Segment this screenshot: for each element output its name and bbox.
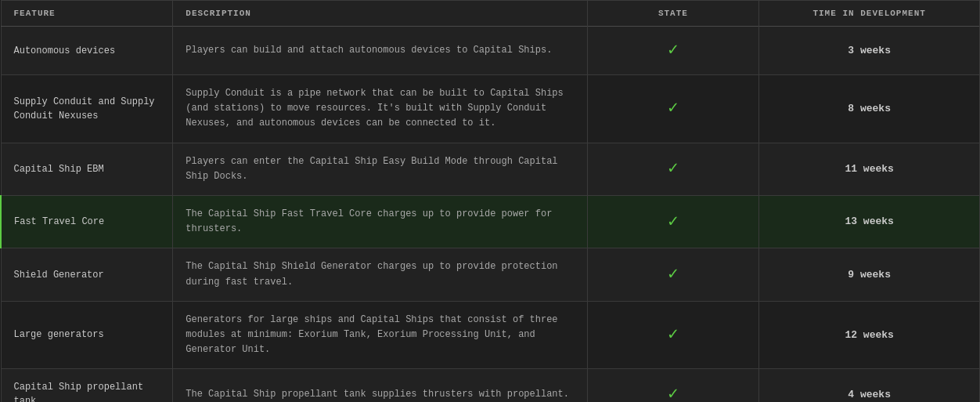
checkmark-icon: ✓ — [668, 385, 678, 402]
cell-description: The Capital Ship Fast Travel Core charge… — [173, 195, 587, 248]
checkmark-icon: ✓ — [668, 325, 678, 345]
cell-feature: Fast Travel Core — [1, 195, 173, 248]
cell-description: The Capital Ship propellant tank supplie… — [173, 369, 587, 402]
header-time: TIME IN DEVELOPMENT — [759, 1, 980, 27]
cell-description: Players can enter the Capital Ship Easy … — [173, 143, 587, 195]
header-description: DESCRIPTION — [173, 1, 587, 27]
cell-feature: Autonomous devices — [1, 27, 173, 75]
cell-description: Generators for large ships and Capital S… — [173, 301, 587, 369]
table-row: Capital Ship propellant tankThe Capital … — [1, 369, 980, 402]
cell-feature: Large generators — [1, 301, 173, 369]
cell-state: ✓ — [587, 27, 759, 75]
header-feature: FEATURE — [1, 1, 173, 27]
cell-description: Supply Conduit is a pipe network that ca… — [173, 75, 587, 143]
cell-feature: Capital Ship EBM — [1, 143, 173, 195]
features-table: FEATURE DESCRIPTION STATE TIME IN DEVELO… — [0, 0, 980, 402]
checkmark-icon: ✓ — [668, 212, 678, 232]
cell-state: ✓ — [587, 195, 759, 248]
cell-state: ✓ — [587, 248, 759, 301]
cell-state: ✓ — [587, 301, 759, 369]
checkmark-icon: ✓ — [668, 99, 678, 118]
cell-time: 8 weeks — [759, 75, 980, 143]
cell-feature: Supply Conduit and Supply Conduit Nexuse… — [1, 75, 173, 143]
header-state: STATE — [587, 1, 759, 27]
cell-time: 9 weeks — [759, 248, 980, 301]
cell-feature: Capital Ship propellant tank — [1, 369, 173, 402]
cell-state: ✓ — [587, 75, 759, 143]
cell-time: 3 weeks — [759, 27, 980, 75]
cell-state: ✓ — [587, 369, 759, 402]
table-header-row: FEATURE DESCRIPTION STATE TIME IN DEVELO… — [1, 1, 980, 27]
table-row: Capital Ship EBMPlayers can enter the Ca… — [1, 143, 980, 195]
checkmark-icon: ✓ — [668, 265, 678, 284]
checkmark-icon: ✓ — [668, 41, 678, 60]
cell-description: The Capital Ship Shield Generator charge… — [173, 248, 587, 301]
cell-description: Players can build and attach autonomous … — [173, 27, 587, 75]
cell-time: 12 weeks — [759, 301, 980, 369]
table-row: Large generatorsGenerators for large shi… — [1, 301, 980, 369]
checkmark-icon: ✓ — [668, 159, 678, 179]
table-row: Shield GeneratorThe Capital Ship Shield … — [1, 248, 980, 301]
table-row: Autonomous devicesPlayers can build and … — [1, 27, 980, 75]
cell-state: ✓ — [587, 143, 759, 195]
feature-table-container: FEATURE DESCRIPTION STATE TIME IN DEVELO… — [0, 0, 980, 402]
table-row: Fast Travel CoreThe Capital Ship Fast Tr… — [1, 195, 980, 248]
cell-feature: Shield Generator — [1, 248, 173, 301]
cell-time: 4 weeks — [759, 369, 980, 402]
cell-time: 11 weeks — [759, 143, 980, 195]
cell-time: 13 weeks — [759, 195, 980, 248]
table-row: Supply Conduit and Supply Conduit Nexuse… — [1, 75, 980, 143]
